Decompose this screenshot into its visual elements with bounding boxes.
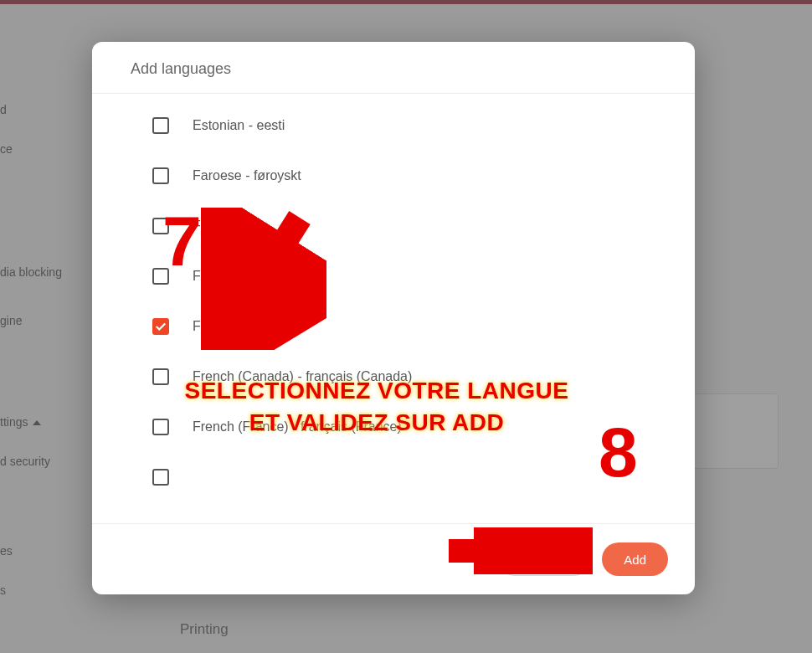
language-option-faroese[interactable]: Faroese - føroyskt xyxy=(131,151,670,201)
add-button[interactable]: Add xyxy=(602,542,668,576)
language-label: Faroese - føroyskt xyxy=(193,168,301,183)
checkbox-icon[interactable] xyxy=(152,117,169,134)
language-label: French (France) - français (France) xyxy=(193,419,402,434)
language-label: Estonian - eesti xyxy=(193,118,285,133)
language-option-filipino[interactable]: Filipino xyxy=(131,201,670,251)
language-list[interactable]: Estonian - eesti Faroese - føroyskt Fili… xyxy=(92,94,695,523)
checkbox-icon[interactable] xyxy=(152,268,169,285)
dialog-footer: Add xyxy=(92,523,695,594)
language-option-french-canada[interactable]: French (Canada) - français (Canada) xyxy=(131,352,670,402)
language-option-estonian[interactable]: Estonian - eesti xyxy=(131,100,670,151)
language-label: French (Canada) - français (Canada) xyxy=(193,369,412,384)
checkbox-icon[interactable] xyxy=(152,469,169,486)
language-option-french-france[interactable]: French (France) - français (France) xyxy=(131,402,670,452)
language-label: Finnish - suomi xyxy=(193,269,283,284)
checkbox-icon[interactable] xyxy=(152,368,169,385)
checkbox-icon[interactable] xyxy=(152,419,169,435)
checkbox-checked-icon[interactable] xyxy=(152,318,169,335)
language-label: French - français xyxy=(193,319,293,334)
checkbox-icon[interactable] xyxy=(152,167,169,184)
checkbox-icon[interactable] xyxy=(152,218,169,234)
language-label: Filipino xyxy=(193,219,235,234)
dialog-header: Add languages xyxy=(92,42,695,94)
add-languages-dialog: Add languages Estonian - eesti Faroese -… xyxy=(92,42,695,594)
cancel-button[interactable] xyxy=(498,542,590,576)
dialog-title: Add languages xyxy=(131,60,656,78)
language-option-finnish[interactable]: Finnish - suomi xyxy=(131,251,670,301)
language-option-partial[interactable] xyxy=(131,452,670,486)
language-option-french[interactable]: French - français xyxy=(131,301,670,352)
